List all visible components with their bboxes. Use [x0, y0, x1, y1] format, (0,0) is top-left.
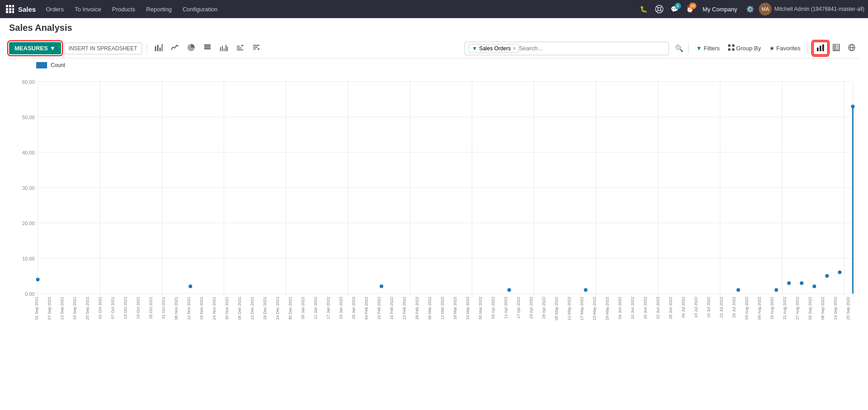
svg-rect-28 — [237, 48, 241, 48]
search-icon[interactable]: 🔍 — [675, 44, 684, 53]
svg-rect-22 — [220, 47, 221, 51]
favorites-button[interactable]: ★ Favorites — [767, 43, 803, 53]
chart-container: Count 60.00 50.00 40.00 30.00 20.00 10.0… — [9, 58, 859, 343]
svg-text:24 Dec 2021: 24 Dec 2021 — [275, 297, 280, 320]
svg-text:25 Sep 2021: 25 Sep 2021 — [85, 297, 90, 320]
pie-chart-button[interactable] — [184, 42, 198, 55]
legend-color-count — [36, 62, 47, 68]
svg-text:30 Mar 2022: 30 Mar 2022 — [478, 297, 483, 320]
svg-text:10 Jun 2022: 10 Jun 2022 — [630, 297, 635, 319]
svg-rect-6 — [6, 11, 8, 13]
svg-rect-21 — [204, 44, 211, 46]
insert-spreadsheet-button[interactable]: INSERT IN SPREADSHEET — [64, 43, 143, 54]
svg-text:30 Nov 2021: 30 Nov 2021 — [225, 297, 229, 320]
svg-rect-38 — [820, 46, 821, 51]
measures-button[interactable]: MEASURES ▼ — [9, 42, 61, 54]
nav-orders[interactable]: Orders — [41, 4, 68, 14]
svg-text:25 Oct 2021: 25 Oct 2021 — [149, 297, 153, 319]
svg-text:01 Oct 2021: 01 Oct 2021 — [98, 297, 102, 319]
filter-icon: ▼ — [696, 45, 702, 52]
group-by-button[interactable]: Group By — [725, 43, 764, 54]
sort-asc-button[interactable] — [233, 42, 247, 55]
svg-text:10 Feb 2022: 10 Feb 2022 — [377, 297, 381, 320]
activity-badge: 39 — [689, 3, 696, 9]
svg-text:29 Apr 2022: 29 Apr 2022 — [542, 297, 546, 319]
svg-rect-3 — [6, 8, 8, 10]
svg-text:18 Mar 2022: 18 Mar 2022 — [453, 297, 457, 320]
filters-label: Filters — [704, 45, 719, 52]
svg-rect-34 — [732, 44, 734, 47]
nav-to-invoice[interactable]: To Invoice — [70, 4, 106, 14]
small-bar-button[interactable] — [217, 42, 230, 55]
graph-view-button[interactable] — [813, 41, 828, 55]
separator-3 — [808, 43, 808, 54]
svg-rect-36 — [732, 48, 734, 51]
company-name[interactable]: My Company — [703, 6, 738, 13]
line-chart-button[interactable] — [168, 42, 182, 55]
favorites-label: Favorites — [777, 45, 801, 52]
svg-text:11 Jan 2022: 11 Jan 2022 — [313, 297, 318, 319]
bug-icon[interactable]: 🐛 — [638, 3, 650, 15]
sort-desc-button[interactable] — [249, 42, 263, 55]
svg-rect-0 — [6, 5, 8, 7]
svg-text:28 Jun 2022: 28 Jun 2022 — [668, 297, 673, 319]
chat-icon[interactable]: 💬 6 — [668, 3, 681, 15]
svg-text:03 Aug 2022: 03 Aug 2022 — [744, 297, 749, 320]
svg-text:04 Jun 2022: 04 Jun 2022 — [618, 297, 622, 319]
legend-label-count: Count — [51, 62, 65, 68]
line-chart-svg: 60.00 50.00 40.00 30.00 20.00 10.00 0.00 — [9, 70, 859, 342]
svg-text:17 May 2022: 17 May 2022 — [580, 297, 584, 320]
svg-rect-19 — [204, 48, 211, 49]
support-icon[interactable] — [653, 3, 666, 15]
pivot-view-button[interactable] — [829, 42, 844, 55]
svg-text:01 Sep 2021: 01 Sep 2021 — [34, 297, 39, 320]
search-input[interactable] — [519, 45, 665, 52]
svg-point-79 — [380, 285, 384, 288]
activity-icon[interactable]: ⏰ 39 — [684, 3, 696, 15]
svg-text:17 Jan 2022: 17 Jan 2022 — [326, 297, 331, 319]
svg-point-77 — [36, 278, 40, 281]
nav-configuration[interactable]: Configuration — [178, 4, 222, 14]
svg-text:60.00: 60.00 — [22, 79, 35, 85]
svg-rect-17 — [159, 48, 161, 51]
filter-tag-sales-orders[interactable]: ▼ Sales Orders × — [469, 44, 519, 53]
user-name[interactable]: Mitchell Admin (19476841-master-all) — [774, 6, 864, 12]
user-avatar[interactable]: MA — [759, 3, 772, 15]
svg-text:21 Aug 2022: 21 Aug 2022 — [782, 297, 787, 320]
svg-rect-8 — [12, 11, 14, 13]
measures-dropdown-icon: ▼ — [50, 45, 56, 52]
svg-text:07 Sep 2021: 07 Sep 2021 — [47, 297, 52, 320]
svg-text:11 May 2022: 11 May 2022 — [567, 297, 571, 320]
svg-text:29 May 2022: 29 May 2022 — [605, 297, 609, 320]
svg-text:22 Jun 2022: 22 Jun 2022 — [656, 297, 660, 319]
svg-rect-37 — [817, 48, 819, 51]
svg-text:28 Jul 2022: 28 Jul 2022 — [732, 297, 736, 318]
svg-text:06 Nov 2021: 06 Nov 2021 — [174, 297, 178, 320]
group-by-icon — [728, 44, 734, 52]
filter-tag-label: Sales Orders — [479, 45, 511, 52]
tools-icon[interactable]: ⚙️ — [743, 3, 756, 15]
svg-rect-23 — [222, 46, 223, 51]
svg-text:20 Sep 2022: 20 Sep 2022 — [846, 297, 850, 320]
sub-header: Sales Analysis — [0, 18, 868, 33]
apps-menu-icon[interactable] — [4, 3, 16, 15]
filter-funnel-icon: ▼ — [472, 45, 477, 52]
svg-point-83 — [775, 288, 778, 292]
nav-reporting[interactable]: Reporting — [142, 4, 176, 14]
svg-text:30.00: 30.00 — [22, 185, 35, 191]
svg-text:05 Jan 2022: 05 Jan 2022 — [301, 297, 305, 319]
svg-text:29 Jan 2022: 29 Jan 2022 — [351, 297, 356, 319]
app-name[interactable]: Sales — [18, 5, 36, 13]
nav-products[interactable]: Products — [107, 4, 139, 14]
svg-rect-39 — [822, 44, 824, 51]
svg-point-80 — [508, 288, 511, 292]
search-bar[interactable]: ▼ Sales Orders × — [465, 42, 669, 55]
filter-tag-close[interactable]: × — [513, 45, 516, 52]
svg-rect-26 — [227, 47, 228, 51]
svg-text:11 Apr 2022: 11 Apr 2022 — [504, 297, 508, 319]
filters-button[interactable]: ▼ Filters — [693, 43, 722, 53]
globe-view-button[interactable] — [844, 42, 859, 55]
stacked-chart-button[interactable] — [201, 42, 214, 55]
bar-chart-button[interactable] — [152, 42, 165, 55]
svg-rect-20 — [204, 46, 211, 48]
